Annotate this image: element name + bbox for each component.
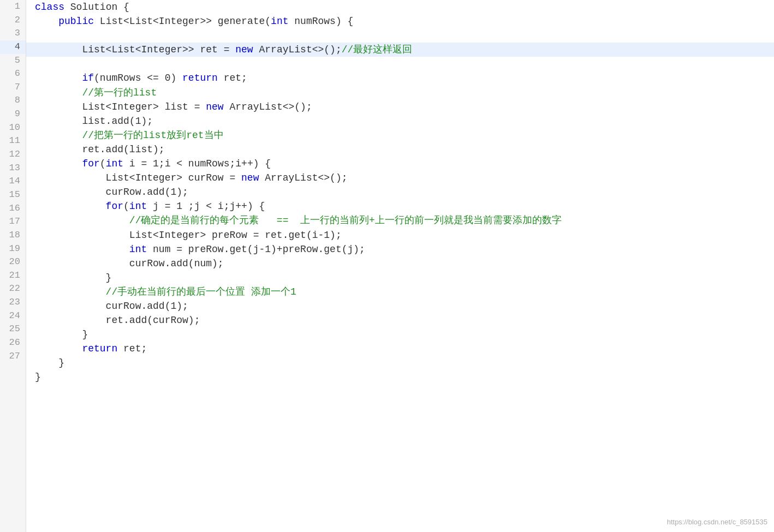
token-plain: ArrayList<>(); xyxy=(253,44,342,55)
code-line xyxy=(26,28,774,43)
line-number: 15 xyxy=(0,188,26,202)
token-plain: Solution { xyxy=(64,2,129,13)
line-number: 4 xyxy=(0,40,26,54)
line-number: 16 xyxy=(0,202,26,216)
code-line: curRow.add(num); xyxy=(26,256,774,271)
code-line: //把第一行的list放到ret当中 xyxy=(26,128,774,142)
token-plain: ArrayList<>(); xyxy=(224,101,312,112)
token-plain: (numRows <= 0) xyxy=(94,73,182,83)
code-line: } xyxy=(26,370,774,384)
line-number: 23 xyxy=(0,296,26,309)
line-number: 1 xyxy=(0,0,26,14)
token-plain: curRow.add(num); xyxy=(35,258,224,269)
token-plain: ret.add(curRow); xyxy=(35,315,200,326)
token-kw: return xyxy=(182,73,218,83)
token-plain: List<Integer> curRow = xyxy=(35,172,241,183)
line-number: 18 xyxy=(0,229,26,242)
token-kw: new xyxy=(206,101,223,112)
token-plain: List<Integer> preRow = ret.get(i-1); xyxy=(35,230,342,241)
code-line: List<Integer> curRow = new ArrayList<>()… xyxy=(26,171,774,185)
code-area[interactable]: class Solution { public List<List<Intege… xyxy=(26,0,774,532)
line-number: 6 xyxy=(0,67,26,81)
token-comment: //第一行的list xyxy=(35,87,157,98)
token-plain: ( xyxy=(100,158,106,169)
code-line: } xyxy=(26,271,774,285)
token-plain: ( xyxy=(123,201,129,212)
token-plain: curRow.add(1); xyxy=(35,301,188,312)
token-plain: } xyxy=(35,329,88,340)
watermark: https://blog.csdn.net/c_8591535 xyxy=(667,517,767,528)
token-comment: //把第一行的list放到ret当中 xyxy=(35,130,224,141)
token-kw: int xyxy=(106,158,123,169)
code-line: List<Integer> preRow = ret.get(i-1); xyxy=(26,228,774,242)
line-number: 9 xyxy=(0,107,26,121)
code-line: } xyxy=(26,356,774,370)
token-kw: for xyxy=(35,158,100,169)
code-line: //手动在当前行的最后一个位置 添加一个1 xyxy=(26,285,774,299)
code-line: int num = preRow.get(j-1)+preRow.get(j); xyxy=(26,242,774,256)
code-line: return ret; xyxy=(26,342,774,356)
token-kw: public xyxy=(58,16,94,27)
token-kw: if xyxy=(82,73,94,83)
line-number: 12 xyxy=(0,148,26,162)
code-line: for(int i = 1;i < numRows;i++) { xyxy=(26,157,774,171)
token-plain: List<List<Integer>> ret = xyxy=(35,44,235,55)
code-line: ret.add(list); xyxy=(26,142,774,157)
code-line: //第一行的list xyxy=(26,86,774,100)
code-line: for(int j = 1 ;j < i;j++) { xyxy=(26,199,774,213)
token-plain: ret; xyxy=(218,73,247,83)
token-kw: new xyxy=(235,44,253,55)
code-line: //确定的是当前行的每个元素 == 上一行的当前列+上一行的前一列就是我当前需要… xyxy=(26,213,774,228)
code-line: curRow.add(1); xyxy=(26,299,774,313)
token-plain: numRows) { xyxy=(289,16,354,27)
token-plain: j = 1 ;j < i;j++) { xyxy=(147,201,265,212)
token-plain: list.add(1); xyxy=(35,116,153,127)
code-container: 1234567891011121314151617181920212223242… xyxy=(0,0,774,532)
token-plain: num = preRow.get(j-1)+preRow.get(j); xyxy=(147,244,365,255)
line-number: 27 xyxy=(0,350,26,363)
token-plain: } xyxy=(35,357,64,368)
line-number: 22 xyxy=(0,282,26,296)
token-plain: ret.add(list); xyxy=(35,144,165,155)
line-number: 11 xyxy=(0,134,26,148)
line-number: 19 xyxy=(0,242,26,256)
code-line: List<List<Integer>> ret = new ArrayList<… xyxy=(26,43,774,57)
code-line xyxy=(26,57,774,71)
token-kw: int xyxy=(129,201,147,212)
token-comment: //手动在当前行的最后一个位置 添加一个1 xyxy=(35,286,296,297)
line-number: 14 xyxy=(0,175,26,188)
code-line: class Solution { xyxy=(26,0,774,14)
code-line: curRow.add(1); xyxy=(26,185,774,199)
token-plain: ArrayList<>(); xyxy=(259,172,347,183)
token-plain: ret; xyxy=(117,343,147,354)
token-plain: i = 1;i < numRows;i++) { xyxy=(123,158,271,169)
line-number: 13 xyxy=(0,162,26,175)
token-plain: } xyxy=(35,272,111,283)
token-plain: } xyxy=(35,372,41,382)
line-number: 21 xyxy=(0,269,26,283)
token-kw: class xyxy=(35,2,64,13)
token-plain: curRow.add(1); xyxy=(35,187,188,198)
token-comment: //确定的是当前行的每个元素 == 上一行的当前列+上一行的前一列就是我当前需要… xyxy=(35,215,562,226)
line-number: 26 xyxy=(0,336,26,350)
token-plain xyxy=(35,244,129,255)
token-plain xyxy=(35,73,82,83)
token-comment: //最好这样返回 xyxy=(342,44,413,55)
token-kw: int xyxy=(271,16,288,27)
line-number: 8 xyxy=(0,94,26,107)
token-kw: for xyxy=(35,201,123,212)
code-line: List<Integer> list = new ArrayList<>(); xyxy=(26,100,774,114)
line-number: 24 xyxy=(0,309,26,323)
line-numbers: 1234567891011121314151617181920212223242… xyxy=(0,0,26,532)
code-line: ret.add(curRow); xyxy=(26,313,774,327)
code-line: if(numRows <= 0) return ret; xyxy=(26,71,774,85)
token-plain xyxy=(35,16,58,27)
line-number: 2 xyxy=(0,14,26,27)
code-line: list.add(1); xyxy=(26,114,774,128)
line-number: 5 xyxy=(0,54,26,68)
line-number: 17 xyxy=(0,215,26,229)
line-number: 3 xyxy=(0,27,26,40)
token-kw: return xyxy=(35,343,117,354)
token-kw: new xyxy=(241,172,259,183)
line-number: 10 xyxy=(0,121,26,135)
